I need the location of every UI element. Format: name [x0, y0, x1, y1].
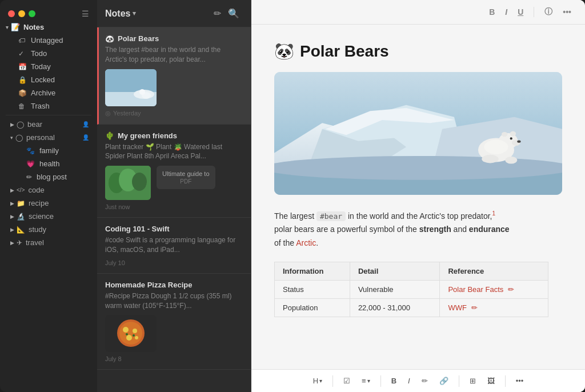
toolbar-divider [534, 7, 534, 17]
paragraph-4: of the [274, 238, 296, 247]
todo-icon: ✓ [18, 50, 26, 58]
coding-preview: #code Swift is a programming language fo… [105, 235, 243, 255]
bold-format-button[interactable]: B [388, 374, 400, 387]
more-options-button[interactable]: ••• [512, 374, 527, 387]
health-label: health [39, 159, 59, 168]
window-minimize-button[interactable] [18, 10, 25, 17]
note-card-polar-bears[interactable]: 🐼 Polar Bears The largest #bear in the w… [97, 27, 251, 125]
pdf-sub-label: PDF [162, 178, 210, 185]
svg-point-14 [126, 335, 132, 341]
note-card-pizza-title: Homemade Pizza Recipe [105, 281, 243, 289]
format-italic-button[interactable]: I [503, 6, 510, 18]
bt-separator-4 [505, 375, 506, 387]
sidebar-item-untagged[interactable]: 🏷 Untagged [2, 34, 95, 47]
sidebar-group-science[interactable]: ▶ 🔬 science [2, 210, 95, 223]
today-icon: 📅 [18, 63, 26, 71]
main-content: B I U ⓘ ••• 🐼 Polar Bears [251, 0, 585, 392]
study-group-chevron-icon: ▶ [10, 227, 14, 233]
archive-icon: 📦 [18, 89, 26, 97]
code-group-chevron-icon: ▶ [10, 187, 14, 193]
media-button[interactable]: 🖼 [484, 374, 498, 387]
science-group-chevron-icon: ▶ [10, 214, 14, 219]
table-format-icon: ⊞ [470, 377, 476, 385]
locked-label: Locked [31, 75, 89, 84]
bt-separator-2 [380, 375, 381, 387]
wwf-link[interactable]: WWF [448, 303, 466, 312]
note-card-green-friends-title: 🌵 My green friends [105, 131, 243, 140]
sidebar-item-family[interactable]: 🐾 family [2, 144, 95, 157]
archive-label: Archive [31, 89, 89, 97]
sidebar-group-bear[interactable]: ▶ ◯ bear 👤 [2, 118, 95, 131]
sidebar-item-trash[interactable]: 🗑 Trash [2, 99, 95, 113]
new-note-button[interactable]: ✏ [210, 7, 225, 20]
green-friends-bottom: Just now [105, 203, 243, 210]
edit-ref-icon-2[interactable]: ✏ [471, 303, 478, 312]
highlight-button[interactable]: ✏ [418, 374, 431, 387]
link-button[interactable]: 🔗 [436, 374, 452, 387]
code-group-icon: </> [17, 187, 25, 193]
sidebar-item-archive[interactable]: 📦 Archive [2, 86, 95, 99]
heading-button[interactable]: H ▾ [310, 374, 326, 387]
svg-point-17 [133, 334, 135, 337]
note-card-green-friends[interactable]: 🌵 My green friends Plant tracker 🌱 Plant… [97, 125, 251, 218]
sidebar-item-today[interactable]: 📅 Today [2, 60, 95, 73]
sidebar-item-blog-post[interactable]: ✏ blog post [2, 170, 95, 183]
bold-strength: strength [419, 225, 451, 234]
sidebar-item-locked[interactable]: 🔒 Locked [2, 73, 95, 86]
polar-bears-bottom: ◎ Yesterday [105, 110, 243, 117]
bt-separator-1 [332, 375, 333, 387]
window-maximize-button[interactable] [29, 10, 35, 17]
format-underline-button[interactable]: U [515, 6, 526, 18]
trash-icon: 🗑 [18, 102, 26, 110]
sidebar-filter-button[interactable]: ☰ [82, 9, 89, 18]
note-body: 🐼 Polar Bears [251, 25, 585, 369]
green-friends-content: Ultimate guide to PDF [105, 166, 243, 200]
search-notes-button[interactable]: 🔍 [225, 7, 243, 20]
window-close-button[interactable] [8, 10, 15, 17]
list-icon: ≡ [362, 377, 366, 385]
sidebar-group-travel[interactable]: ▶ ✈ travel [2, 236, 95, 249]
notes-list-title-button[interactable]: Notes ▾ [105, 9, 210, 19]
pdf-label: Ultimate guide to [162, 170, 210, 177]
sidebar-item-todo[interactable]: ✓ Todo [2, 47, 95, 60]
edit-ref-icon-1[interactable]: ✏ [508, 285, 514, 294]
footnote-1: 1 [492, 210, 495, 217]
sidebar-group-personal[interactable]: ▾ ◯ personal 👤 [2, 131, 95, 144]
sidebar-group-code[interactable]: ▶ </> code [2, 183, 95, 197]
bold-endurance: endurance [469, 225, 510, 234]
note-more-button[interactable]: ••• [560, 6, 574, 18]
bold-format-icon: B [391, 377, 396, 385]
notes-list-header: Notes ▾ ✏ 🔍 [97, 0, 251, 27]
note-paragraph: The largest #bear in the world and the A… [274, 209, 562, 250]
italic-format-button[interactable]: I [404, 374, 414, 387]
recipe-group-icon: 📁 [17, 199, 25, 207]
media-icon: 🖼 [487, 377, 495, 385]
green-friends-emoji: 🌵 [105, 131, 114, 140]
paragraph-before: The largest [274, 211, 316, 221]
blog-icon: ✏ [26, 173, 32, 181]
note-card-pizza[interactable]: Homemade Pizza Recipe #Recipe Pizza Doug… [97, 274, 251, 370]
note-info-button[interactable]: ⓘ [542, 6, 555, 18]
checkbox-button[interactable]: ☑ [340, 374, 354, 387]
status-info-cell: Status [275, 281, 350, 299]
sidebar-notes-section[interactable]: ▾ 📝 Notes [0, 21, 97, 34]
recipe-group-chevron-icon: ▶ [10, 201, 14, 206]
blog-label: blog post [37, 173, 67, 181]
sidebar-group-study[interactable]: ▶ 📐 study [2, 223, 95, 236]
pizza-thumbnail [105, 315, 157, 352]
arctic-link[interactable]: Arctic [296, 238, 316, 247]
travel-group-icon: ✈ [17, 239, 22, 247]
status-reference-cell: Polar Bear Facts ✏ [440, 281, 548, 299]
sidebar-item-health[interactable]: 💗 health [2, 157, 95, 170]
note-card-coding[interactable]: Coding 101 - Swift #code Swift is a prog… [97, 218, 251, 274]
notes-icon: 📝 [11, 23, 20, 31]
format-bold-button[interactable]: B [487, 6, 497, 18]
sidebar-group-recipe[interactable]: ▶ 📁 recipe [2, 197, 95, 210]
status-detail-cell: Vulnerable [350, 281, 440, 299]
polar-bear-facts-link[interactable]: Polar Bear Facts [448, 285, 503, 294]
travel-group-label: travel [26, 238, 89, 247]
main-toolbar: B I U ⓘ ••• [251, 0, 585, 25]
table-format-button[interactable]: ⊞ [466, 374, 479, 387]
list-button[interactable]: ≡ ▾ [358, 374, 374, 387]
bear-tag[interactable]: #bear [316, 211, 346, 221]
